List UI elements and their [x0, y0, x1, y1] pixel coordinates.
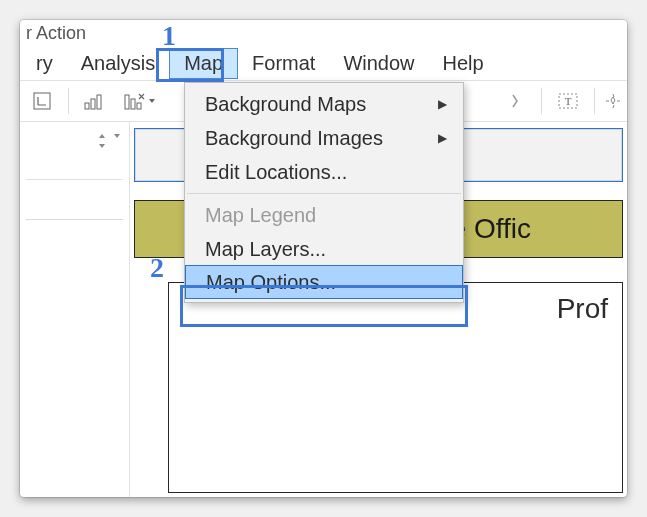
sort-desc-button[interactable]	[117, 85, 163, 117]
dropdown-caret-icon[interactable]	[113, 132, 121, 140]
svg-rect-1	[85, 103, 89, 109]
pane-row[interactable]	[26, 190, 123, 220]
svg-rect-6	[137, 103, 141, 109]
menu-map-legend: Map Legend	[185, 198, 463, 232]
window-titlebar: r Action	[20, 20, 627, 46]
menu-item-map[interactable]: Map	[169, 48, 238, 79]
swap-axes-button[interactable]	[24, 85, 60, 117]
svg-rect-0	[34, 93, 50, 109]
dropdown-caret-icon	[148, 97, 156, 105]
chart-axis-label: Prof	[557, 293, 608, 325]
svg-rect-2	[91, 99, 95, 109]
menu-separator	[187, 193, 461, 194]
unknown-tool-button[interactable]	[497, 85, 533, 117]
toolbar-separator	[68, 88, 69, 114]
bar-chart-icon	[84, 91, 106, 111]
star-tool-button[interactable]	[603, 85, 623, 117]
pane-body	[26, 180, 123, 220]
menu-edit-locations[interactable]: Edit Locations...	[185, 155, 463, 189]
sort-icon[interactable]	[97, 132, 107, 150]
menu-item-window[interactable]: Window	[329, 49, 428, 78]
menu-map-options[interactable]: Map Options...	[185, 265, 463, 299]
svg-rect-5	[131, 99, 135, 109]
sort-asc-button[interactable]	[77, 85, 113, 117]
menu-background-images[interactable]: Background Images ▶	[185, 121, 463, 155]
map-menu-dropdown: Background Maps ▶ Background Images ▶ Ed…	[184, 82, 464, 303]
svg-rect-4	[125, 95, 129, 109]
menubar: ry Analysis Map Format Window Help	[20, 46, 627, 80]
text-box-icon: T	[557, 91, 579, 111]
svg-rect-3	[97, 95, 101, 109]
menu-item-format[interactable]: Format	[238, 49, 329, 78]
text-tool-button[interactable]: T	[550, 85, 586, 117]
menu-item-ry[interactable]: ry	[22, 49, 67, 78]
submenu-arrow-icon: ▶	[438, 131, 447, 145]
side-pane	[20, 122, 130, 497]
menu-background-maps[interactable]: Background Maps ▶	[185, 87, 463, 121]
chevron-right-icon	[510, 91, 520, 111]
chart-area[interactable]: Prof	[168, 282, 623, 493]
pane-header	[26, 128, 123, 180]
toolbar-separator	[541, 88, 542, 114]
svg-text:T: T	[565, 95, 572, 107]
menu-map-layers[interactable]: Map Layers...	[185, 232, 463, 266]
bar-chart-x-icon	[124, 91, 146, 111]
star-outline-icon	[604, 92, 622, 110]
menu-item-help[interactable]: Help	[429, 49, 498, 78]
toolbar-separator	[594, 88, 595, 114]
window-title: r Action	[26, 23, 86, 44]
menu-item-analysis[interactable]: Analysis	[67, 49, 169, 78]
app-window: r Action ry Analysis Map Format Window H…	[20, 20, 627, 497]
submenu-arrow-icon: ▶	[438, 97, 447, 111]
swap-axes-icon	[32, 91, 52, 111]
